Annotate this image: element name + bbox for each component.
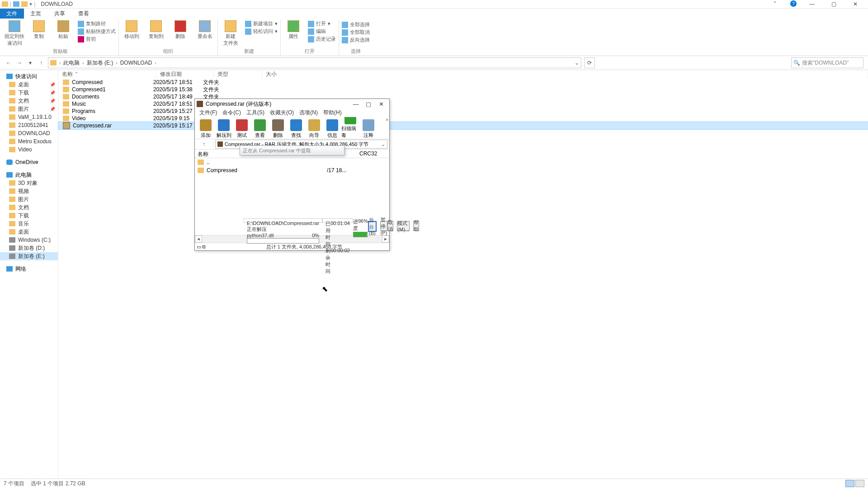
chevron-down-icon[interactable]: ▾ xyxy=(29,1,32,7)
this-pc-header[interactable]: 此电脑 xyxy=(0,171,58,179)
winrar-tool-测试[interactable]: 测试 xyxy=(233,119,251,139)
col-name[interactable]: 名称 ⌃ xyxy=(58,69,156,79)
properties-button[interactable]: 属性 xyxy=(283,20,303,42)
edit-button[interactable]: 编辑 xyxy=(308,28,336,35)
winrar-tool-扫描病毒[interactable]: 扫描病毒 xyxy=(341,117,359,139)
select-all-button[interactable]: 全部选择 xyxy=(342,21,370,28)
winrar-menu-item[interactable]: 命令(C) xyxy=(221,109,243,117)
winrar-min-button[interactable]: — xyxy=(349,101,362,108)
winrar-tool-向导[interactable]: 向导 xyxy=(305,119,323,139)
paste-button[interactable]: 粘贴 xyxy=(53,20,73,47)
sidebar-item[interactable]: 图片 xyxy=(0,195,58,203)
file-row[interactable]: Compressed.rar2020/5/19 15:17 xyxy=(58,122,868,129)
crumb-volume[interactable]: 新加卷 (E:) xyxy=(87,59,113,67)
toolbar-overflow-icon[interactable]: » xyxy=(386,117,388,122)
file-row[interactable]: Compressed2020/5/17 18:51文件夹 xyxy=(58,79,868,86)
qa-icon[interactable] xyxy=(13,1,19,7)
winrar-tool-查找[interactable]: 查找 xyxy=(287,119,305,139)
winrar-menu-item[interactable]: 工具(S) xyxy=(245,109,266,117)
dialog-title[interactable]: 正在从 Compressed.rar 中提取 xyxy=(240,146,344,155)
winrar-tool-信息[interactable]: 信息 xyxy=(323,119,341,139)
sidebar-item[interactable]: DOWNLOAD xyxy=(0,129,58,137)
sidebar-item[interactable]: Metro Exodus xyxy=(0,137,58,145)
sidebar-item[interactable]: Windows (C:) xyxy=(0,236,58,244)
tab-view[interactable]: 查看 xyxy=(72,9,96,19)
open-button[interactable]: 打开 ▾ xyxy=(308,20,336,27)
pause-button[interactable]: 暂停(P) xyxy=(380,221,388,231)
background-button[interactable]: 后台(B) xyxy=(368,221,377,232)
history-button[interactable]: 历史记录 xyxy=(308,36,336,42)
extract-progress-dialog[interactable]: 正在从 Compressed.rar 中提取 E:\DOWNLOAD\Compr… xyxy=(240,145,344,155)
help-button[interactable]: 帮助 xyxy=(413,221,419,231)
column-headers[interactable]: 名称 ⌃ 修改日期 类型 大小 xyxy=(58,69,868,79)
sidebar-item[interactable]: 桌面📌 xyxy=(0,80,58,89)
file-row[interactable]: Video2020/5/19 9:15文件夹 xyxy=(58,115,868,122)
winrar-col-crc[interactable]: CRC32 xyxy=(357,150,389,158)
file-row[interactable]: Compressed12020/5/19 15:38文件夹 xyxy=(58,86,868,93)
winrar-toolbar[interactable]: » 添加解压到测试查看删除查找向导信息扫描病毒注释 xyxy=(195,117,389,139)
copy-button[interactable]: 复制 xyxy=(29,20,49,47)
mode-button[interactable]: 模式(M)... xyxy=(397,221,410,231)
minimize-button[interactable]: — xyxy=(806,0,818,8)
winrar-tool-删除[interactable]: 删除 xyxy=(269,119,287,139)
sidebar-item[interactable]: 3D 对象 xyxy=(0,179,58,187)
moveto-button[interactable]: 移动到 xyxy=(122,20,142,40)
quick-access-header[interactable]: 快速访问 xyxy=(0,72,58,80)
nav-tree[interactable]: 快速访问 桌面📌下载📌文档📌图片📌VaM_1.19.1.02100512841D… xyxy=(0,69,58,479)
winrar-title-bar[interactable]: Compressed.rar (评估版本) — ▢ ✕ xyxy=(195,99,389,109)
refresh-button[interactable]: ⟳ xyxy=(584,57,595,68)
winrar-menu-item[interactable]: 帮助(H) xyxy=(321,109,344,117)
file-row[interactable]: Documents2020/5/17 18:49文件夹 xyxy=(58,93,868,100)
easy-access-button[interactable]: 轻松访问 ▾ xyxy=(245,28,278,35)
sidebar-item[interactable]: VaM_1.19.1.0 xyxy=(0,113,58,121)
file-list[interactable]: 名称 ⌃ 修改日期 类型 大小 Compressed2020/5/17 18:5… xyxy=(58,69,868,479)
sidebar-item[interactable]: 文档 xyxy=(0,203,58,211)
winrar-close-button[interactable]: ✕ xyxy=(375,101,387,108)
view-icons-button[interactable] xyxy=(855,480,864,487)
col-date[interactable]: 修改日期 xyxy=(156,69,214,79)
sidebar-item[interactable]: 新加卷 (E:) xyxy=(0,252,58,260)
nav-recent-button[interactable]: ▾ xyxy=(26,59,34,67)
tab-home[interactable]: 主页 xyxy=(24,9,48,19)
winrar-menu-item[interactable]: 选项(N) xyxy=(297,109,320,117)
rename-button[interactable]: 重命名 xyxy=(195,20,215,40)
sidebar-item[interactable]: 文档📌 xyxy=(0,97,58,105)
view-details-button[interactable] xyxy=(845,480,854,487)
tab-file[interactable]: 文件 xyxy=(0,9,24,19)
winrar-up-item[interactable]: .. xyxy=(195,158,389,166)
winrar-up-button[interactable]: ↑ xyxy=(195,141,213,147)
copy-path-button[interactable]: 复制路径 xyxy=(78,20,116,27)
winrar-menu-item[interactable]: 收藏夹(O) xyxy=(268,109,296,117)
col-size[interactable]: 大小 xyxy=(262,69,868,79)
breadcrumb[interactable]: › 此电脑› 新加卷 (E:)› DOWNLOAD› ⌄ xyxy=(48,57,581,68)
sidebar-item[interactable]: 新加卷 (D:) xyxy=(0,244,58,252)
sidebar-item[interactable]: Video xyxy=(0,145,58,154)
sidebar-item[interactable]: 音乐 xyxy=(0,220,58,228)
winrar-menu[interactable]: 文件(F)命令(C)工具(S)收藏夹(O)选项(N)帮助(H) xyxy=(195,109,389,117)
path-dropdown-icon[interactable]: ⌄ xyxy=(575,60,579,66)
sidebar-item[interactable]: 图片📌 xyxy=(0,105,58,113)
file-row[interactable]: Programs2020/5/19 15:27文件夹 xyxy=(58,108,868,115)
sidebar-item[interactable]: 2100512841 xyxy=(0,121,58,129)
maximize-button[interactable]: ▢ xyxy=(827,0,840,8)
pin-button[interactable]: 固定到快 速访问 xyxy=(5,20,24,47)
search-input[interactable]: 🔍 搜索"DOWNLOAD" xyxy=(791,57,863,68)
cancel-button[interactable]: 取消 xyxy=(387,221,393,231)
copyto-button[interactable]: 复制到 xyxy=(146,20,166,40)
invert-selection-button[interactable]: 反向选择 xyxy=(342,37,370,43)
qa-icon[interactable] xyxy=(21,1,28,7)
nav-forward-button[interactable]: → xyxy=(15,59,24,67)
winrar-item[interactable]: Compressed/17 18... xyxy=(195,166,389,174)
select-none-button[interactable]: 全部取消 xyxy=(342,29,370,36)
chevron-down-icon[interactable]: ⌄ xyxy=(381,141,385,147)
nav-back-button[interactable]: ← xyxy=(5,59,13,67)
paste-shortcut-button[interactable]: 粘贴快捷方式 xyxy=(78,28,116,35)
delete-button[interactable]: 删除 xyxy=(170,20,190,40)
winrar-tool-添加[interactable]: 添加 xyxy=(197,119,215,139)
new-item-button[interactable]: 新建项目 ▾ xyxy=(245,20,278,27)
winrar-tool-注释[interactable]: 注释 xyxy=(359,119,377,139)
onedrive-header[interactable]: OneDrive xyxy=(0,158,58,166)
nav-up-button[interactable]: ↑ xyxy=(37,59,45,67)
tab-share[interactable]: 共享 xyxy=(48,9,72,19)
newfolder-button[interactable]: 新建 文件夹 xyxy=(221,20,241,47)
